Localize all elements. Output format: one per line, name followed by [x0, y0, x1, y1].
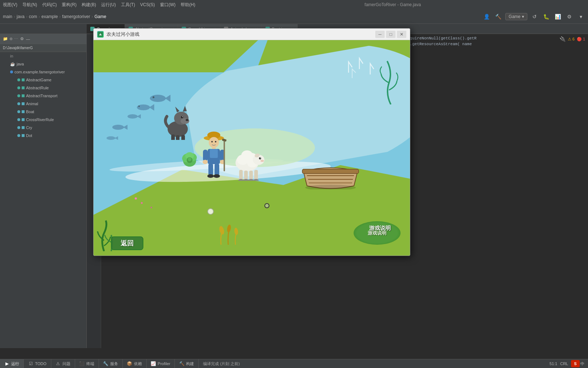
- svg-rect-53: [244, 171, 248, 180]
- terminal-tab[interactable]: ⬛ 终端: [75, 359, 99, 368]
- tree-item-crossriverrule[interactable]: CrossRiverRule: [0, 116, 86, 124]
- account-icon[interactable]: 👤: [482, 12, 491, 21]
- tree-item-abstractgame[interactable]: AbstractGame: [0, 76, 86, 84]
- sidebar-minimize-icon[interactable]: —: [26, 37, 30, 41]
- menu-nav[interactable]: 导航(N): [22, 2, 37, 8]
- svg-point-27: [211, 141, 213, 142]
- build-icon[interactable]: 🔨: [494, 12, 502, 21]
- debug-icon[interactable]: 🐛: [542, 12, 550, 21]
- svg-marker-8: [137, 114, 141, 119]
- maximize-button[interactable]: □: [386, 31, 395, 38]
- svg-point-1: [150, 95, 166, 102]
- menu-help[interactable]: 帮助(H): [181, 2, 195, 8]
- tree-item-dot[interactable]: Dot: [0, 132, 86, 140]
- menu-bar[interactable]: 视图(V) 导航(N) 代码(C) 重构(R) 构建(B) 运行(U) 工具(T…: [0, 0, 588, 9]
- refresh-icon[interactable]: ↺: [530, 12, 539, 21]
- svg-point-58: [248, 179, 254, 181]
- svg-marker-12: [114, 136, 118, 140]
- game-titlebar: 农夫过河小游戏 ─ □ ✕: [94, 29, 410, 40]
- close-button[interactable]: ✕: [397, 31, 406, 38]
- run-label: 运行: [11, 361, 19, 367]
- run-config-selector[interactable]: Game ▾: [505, 13, 527, 20]
- svg-point-39: [213, 174, 220, 178]
- tree-item-package[interactable]: com.example.famergotoriver: [0, 68, 86, 76]
- menu-tools[interactable]: 工具(T): [121, 2, 135, 8]
- plugin-icon: 🔌: [559, 36, 566, 42]
- menu-vcs[interactable]: VCS(S): [140, 2, 155, 7]
- run-config-dropdown-icon: ▾: [522, 14, 524, 19]
- breadcrumb-main[interactable]: main: [3, 14, 12, 19]
- code-line-2: ).getResourceAsStream( name: [407, 41, 585, 47]
- svg-point-38: [207, 174, 214, 178]
- sidebar-icon-2[interactable]: ⊕: [9, 37, 13, 41]
- code-line-1: qquireNonNull(getClass().getR: [407, 35, 585, 41]
- breadcrumb-example[interactable]: example: [42, 14, 58, 19]
- svg-rect-66: [302, 169, 359, 174]
- menu-code[interactable]: 代码(C): [42, 2, 57, 8]
- breadcrumb-package[interactable]: famergotoriver: [62, 14, 90, 19]
- game-canvas: 游戏说明 返回 游戏说明: [94, 40, 410, 256]
- sidebar-header: 📁 ⊕ ⋯ ⚙ —: [0, 34, 86, 44]
- menu-window[interactable]: 窗口(W): [160, 2, 176, 8]
- todo-tab[interactable]: ☑ TODO: [24, 359, 51, 368]
- breadcrumb-com[interactable]: com: [29, 14, 37, 19]
- profiler-tab[interactable]: 📈 Profiler: [147, 359, 175, 368]
- run-config-label: Game: [509, 14, 520, 19]
- more-icon[interactable]: ▾: [576, 12, 585, 21]
- sidebar-icon-1[interactable]: 📁: [3, 37, 8, 41]
- cabbage-svg: [182, 150, 197, 168]
- minimize-button[interactable]: ─: [375, 31, 385, 38]
- service-tab[interactable]: 🔧 服务: [99, 359, 123, 368]
- settings-icon[interactable]: ⚙: [565, 12, 574, 21]
- menu-run[interactable]: 运行(U): [101, 2, 116, 8]
- return-button[interactable]: 返回: [111, 236, 143, 250]
- build-tab[interactable]: 🔨 构建: [175, 359, 199, 368]
- tree-item-abstracttransport[interactable]: AbstractTransport: [0, 92, 86, 100]
- status-left: ▶ 运行 ☑ TODO ⚠ 问题 ⬛ 终端 🔧 服务 📦 依赖 📈 Profil…: [0, 359, 244, 368]
- boat: [302, 164, 359, 191]
- svg-point-16: [186, 119, 189, 121]
- project-root-label: D:\Javajdk\famerG: [0, 44, 86, 52]
- flower-2: [151, 207, 152, 208]
- item-dot-7: [17, 134, 20, 137]
- tree-item-java[interactable]: ☕ java: [0, 60, 86, 68]
- game-window[interactable]: 农夫过河小游戏 ─ □ ✕: [93, 28, 410, 256]
- coverage-icon[interactable]: 📊: [553, 12, 562, 21]
- wolf-svg: [163, 104, 192, 140]
- farmer-svg: [201, 132, 226, 179]
- input-method: S 中: [571, 360, 584, 367]
- tree-item-abstractrule[interactable]: AbstractRule: [0, 84, 86, 92]
- sidebar-settings-icon[interactable]: ⚙: [20, 37, 24, 41]
- menu-refactor[interactable]: 重构(R): [62, 2, 77, 8]
- svg-rect-55: [254, 170, 258, 180]
- build-small-icon: 🔨: [179, 361, 184, 366]
- svg-rect-37: [215, 163, 219, 176]
- item-sq-2: [22, 94, 25, 97]
- wheat: [214, 223, 250, 245]
- window-controls[interactable]: ─ □ ✕: [375, 31, 406, 38]
- svg-point-17: [181, 116, 183, 118]
- sheep-character: [233, 145, 265, 182]
- breadcrumb-class[interactable]: Game: [94, 14, 106, 19]
- run-tab[interactable]: ▶ 运行: [0, 359, 24, 368]
- tree-item-in[interactable]: in: [0, 52, 86, 60]
- tree-label-dot: Dot: [26, 133, 32, 138]
- tree-item-boat[interactable]: Boat: [0, 108, 86, 116]
- profiler-icon: 📈: [151, 361, 156, 366]
- svg-point-48: [259, 157, 261, 159]
- sidebar-icon-3[interactable]: ⋯: [14, 37, 18, 41]
- dependency-tab[interactable]: 📦 依赖: [123, 359, 147, 368]
- svg-point-11: [107, 136, 115, 140]
- breadcrumb-java[interactable]: java: [17, 14, 25, 19]
- tree-item-animal[interactable]: Animal: [0, 100, 86, 108]
- flower-3: [135, 197, 137, 200]
- problem-tab[interactable]: ⚠ 问题: [51, 359, 75, 368]
- todo-icon: ☑: [28, 361, 33, 366]
- instruction-button[interactable]: 游戏说明: [356, 218, 403, 238]
- tree-label-animal: Animal: [26, 102, 38, 106]
- menu-view[interactable]: 视图(V): [3, 2, 17, 8]
- tree-label-abstracttransport: AbstractTransport: [26, 94, 57, 98]
- menu-build[interactable]: 构建(B): [82, 2, 96, 8]
- tree-item-cry[interactable]: Cry: [0, 124, 86, 132]
- toolbar: main › java › com › example › famergotor…: [0, 9, 588, 24]
